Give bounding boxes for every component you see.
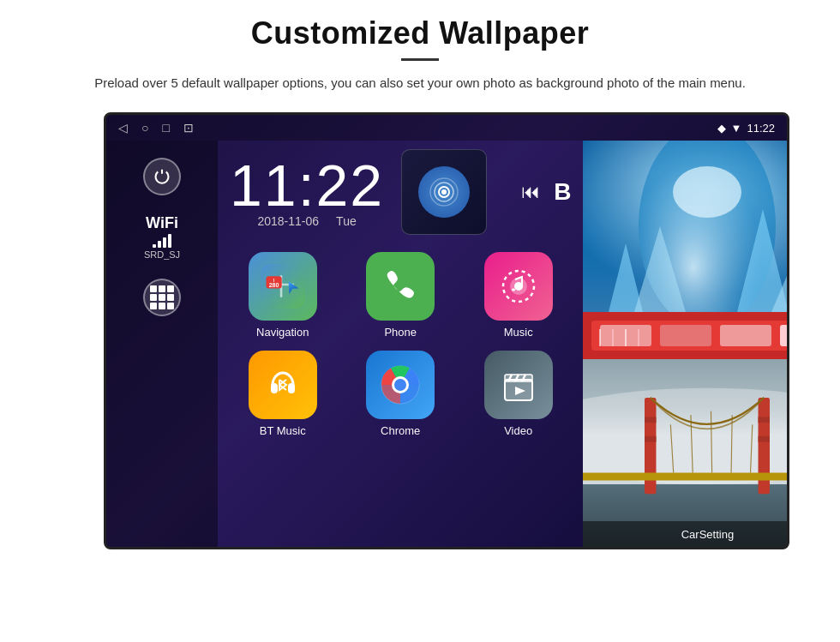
clock-day-value: Tue — [336, 214, 357, 228]
video-icon — [484, 351, 553, 419]
app-grid: I 280 — [230, 252, 571, 437]
right-panel: CarSetting — [583, 141, 789, 547]
sidebar: WiFi SRD_SJ — [106, 141, 218, 547]
svg-rect-49 — [759, 417, 770, 423]
clock-date: 2018-11-06 Tue — [257, 214, 356, 228]
title-divider — [401, 58, 439, 61]
device-screen: ◁ ○ □ ⊡ ◆ ▼ 11:22 — [104, 112, 789, 549]
svg-point-31 — [673, 166, 741, 218]
chrome-icon — [366, 351, 435, 419]
status-bar: ◁ ○ □ ⊡ ◆ ▼ 11:22 — [106, 115, 787, 141]
apps-grid-icon — [150, 285, 174, 309]
carsetting-label: CarSetting — [681, 528, 734, 541]
recent-nav-icon[interactable]: □ — [162, 121, 169, 135]
clock-section: 11:22 2018-11-06 Tue — [230, 156, 384, 228]
media-widget — [401, 149, 487, 235]
home-nav-icon[interactable]: ○ — [141, 121, 148, 135]
svg-point-3 — [441, 189, 447, 195]
wifi-bar-1 — [153, 244, 156, 248]
bt-music-icon — [249, 351, 317, 419]
app-item-navigation[interactable]: I 280 — [230, 252, 335, 339]
phone-icon — [366, 252, 435, 321]
wallpaper-preview-ice[interactable] — [583, 141, 789, 312]
chrome-label: Chrome — [381, 424, 420, 437]
page-title: Customized Wallpaper — [251, 15, 590, 51]
music-icon — [484, 252, 553, 321]
main-content: WiFi SRD_SJ — [106, 141, 787, 547]
svg-rect-35 — [660, 325, 711, 346]
bt-music-label: BT Music — [260, 424, 306, 437]
page-description: Preload over 5 default wallpaper options… — [94, 73, 746, 93]
wifi-bar-2 — [158, 241, 161, 248]
clock-date-value: 2018-11-06 — [257, 214, 319, 228]
wallpaper-preview-pink[interactable] — [583, 312, 789, 359]
app-item-phone[interactable]: Phone — [347, 252, 453, 339]
media-controls: ⏮ B — [521, 178, 571, 206]
music-label: Music — [504, 326, 533, 339]
svg-point-18 — [394, 379, 406, 391]
svg-rect-51 — [583, 473, 789, 481]
carsetting-overlay: CarSetting — [583, 521, 789, 547]
apps-button[interactable] — [143, 279, 181, 316]
svg-rect-15 — [288, 383, 295, 393]
svg-rect-36 — [720, 325, 771, 346]
app-item-bt-music[interactable]: BT Music — [230, 351, 335, 437]
svg-rect-37 — [780, 325, 789, 346]
svg-rect-47 — [645, 417, 656, 423]
power-button[interactable] — [143, 158, 181, 195]
wifi-label: WiFi — [146, 214, 178, 232]
ice-cave-visual — [583, 141, 789, 312]
svg-rect-14 — [271, 383, 278, 393]
location-icon: ◆ — [717, 122, 726, 135]
wifi-bar-3 — [163, 237, 166, 248]
clock-time: 11:22 — [230, 156, 384, 214]
wifi-ssid: SRD_SJ — [144, 249, 180, 260]
status-bar-left: ◁ ○ □ ⊡ — [118, 121, 194, 135]
screenshot-nav-icon[interactable]: ⊡ — [183, 121, 194, 135]
wallpaper-preview-bridge[interactable]: CarSetting — [583, 359, 789, 547]
app-item-music[interactable]: Music — [465, 252, 571, 339]
app-item-chrome[interactable]: Chrome — [347, 351, 453, 437]
center-area: 11:22 2018-11-06 Tue — [218, 141, 583, 547]
clock-area: 11:22 2018-11-06 Tue — [230, 149, 571, 235]
app-item-video[interactable]: Video — [465, 351, 571, 437]
wifi-bars — [153, 234, 171, 248]
media-icon — [418, 166, 470, 218]
navigation-label: Navigation — [256, 326, 309, 339]
phone-label: Phone — [384, 326, 417, 339]
svg-rect-48 — [645, 436, 656, 442]
status-bar-right: ◆ ▼ 11:22 — [717, 122, 775, 135]
back-nav-icon[interactable]: ◁ — [118, 121, 128, 135]
wifi-signal-icon: ▼ — [731, 122, 742, 135]
wifi-info: WiFi SRD_SJ — [144, 214, 180, 260]
device-wrapper: ◁ ○ □ ⊡ ◆ ▼ 11:22 — [73, 112, 767, 558]
video-label: Video — [504, 424, 532, 437]
next-letter-button[interactable]: B — [554, 178, 571, 206]
wifi-bar-4 — [168, 234, 171, 248]
prev-track-button[interactable]: ⏮ — [521, 181, 540, 203]
navigation-icon: I 280 — [249, 252, 317, 321]
svg-rect-50 — [759, 436, 770, 442]
status-time: 11:22 — [747, 122, 775, 135]
svg-text:280: 280 — [268, 282, 279, 289]
